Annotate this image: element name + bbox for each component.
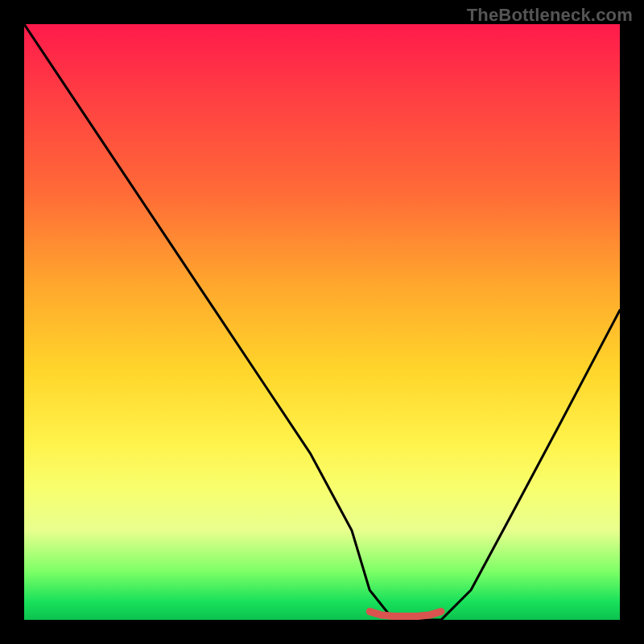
flat-minimum-highlight	[369, 612, 441, 617]
watermark-text: TheBottleneck.com	[467, 5, 633, 26]
curve-layer	[24, 24, 620, 620]
plot-area	[24, 24, 620, 620]
chart-frame: TheBottleneck.com	[0, 0, 644, 644]
bottleneck-curve	[24, 24, 620, 620]
